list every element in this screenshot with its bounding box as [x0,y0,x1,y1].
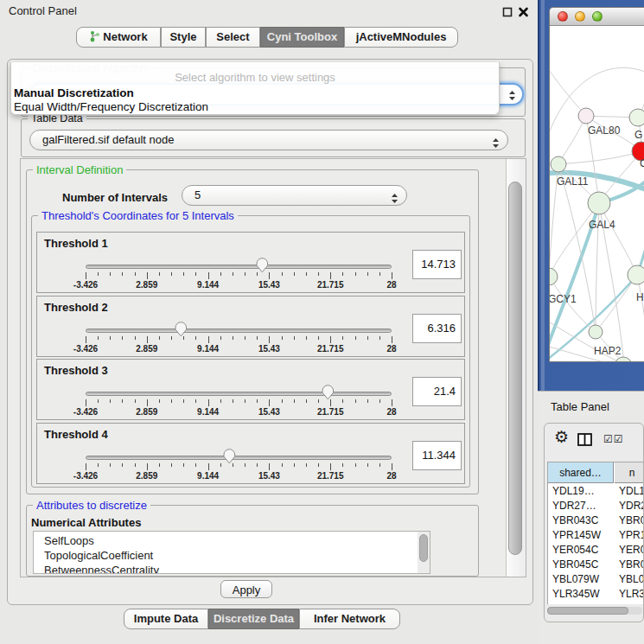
cell-shared-name[interactable]: YBL079W [552,572,599,587]
slider-tick-major [269,463,270,470]
network-node[interactable] [551,156,566,172]
tab-network[interactable]: Network [76,27,161,48]
node-label: H [636,291,644,303]
threshold-slider-handle[interactable] [174,321,188,337]
cell-shared-name[interactable]: YLR345W [552,587,600,602]
column-header-name[interactable]: n [615,462,644,483]
column-header-shared-name[interactable]: shared… [548,462,614,483]
cell-name[interactable]: YBR0 [619,513,644,528]
tab-discretize-data[interactable]: Discretize Data [208,609,299,629]
attribute-list-item[interactable]: SelfLoops [34,533,430,548]
tab-cyni-toolbox[interactable]: Cyni Toolbox [260,27,344,48]
threshold-slider-handle[interactable] [321,384,335,400]
cell-shared-name[interactable]: YPR145W [552,528,601,543]
cell-name[interactable]: YIL0 [619,602,641,604]
cell-shared-name[interactable]: YBR043C [552,513,598,528]
tab-style[interactable]: Style [161,27,206,48]
cell-name[interactable]: YPR1 [619,528,644,543]
slider-tick-label: 2.859 [136,280,157,290]
checkbox-icons[interactable]: ☑☑ [603,433,624,445]
numerical-attributes-list[interactable]: SelfLoopsTopologicalCoefficientBetweenne… [33,531,430,574]
table-hscrollbar-thumb[interactable] [547,607,628,615]
cell-name[interactable]: YDL1 [619,484,644,499]
network-window-titlebar[interactable] [550,8,644,26]
table-row[interactable]: YIL052CYIL0 [548,602,644,604]
table-hscrollbar-track[interactable] [547,607,642,615]
network-node[interactable] [550,268,558,285]
slider-tick-minor [342,272,343,276]
algorithm-item-manual-discretization[interactable]: Manual Discretization [14,86,134,99]
slider-tick-minor [98,463,99,467]
cell-name[interactable]: YBL0 [619,572,644,587]
columns-icon[interactable] [577,433,593,450]
tab-select-label: Select [216,30,249,43]
network-node[interactable] [629,109,644,126]
number-of-intervals-combobox[interactable]: 5 [182,185,407,206]
slider-tick-label: -3.426 [73,280,98,290]
algorithm-item-equal-width-frequency[interactable]: Equal Width/Frequency Discretization [14,100,208,113]
slider-tick-major [86,399,86,406]
tab-impute-data[interactable]: Impute Data [124,609,208,629]
threshold-slider-track[interactable] [86,392,392,396]
table-row[interactable]: YBR045CYBR0 [548,558,644,572]
numerical-attributes-label: Numerical Attributes [31,516,141,529]
tab-jactivemnodules[interactable]: jActiveMNodules [344,27,458,48]
cell-name[interactable]: YLR3 [619,587,644,602]
list-scrollbar-thumb[interactable] [419,534,428,562]
threshold-slider-track[interactable] [86,456,392,460]
cell-shared-name[interactable]: YER054C [552,543,598,558]
table-row[interactable]: YBR043CYBR0 [548,513,644,528]
network-node[interactable] [588,192,610,214]
slider-tick-minor [183,463,184,467]
attribute-list-item[interactable]: BetweennessCentrality [34,563,430,574]
threshold-panel: Threshold 3-3.4262.8599.14415.4321.71528… [36,359,465,420]
close-icon[interactable] [518,5,529,21]
slider-tick-label: 9.144 [197,407,219,417]
threshold-slider-handle[interactable] [222,448,237,464]
slider-tick-minor [355,399,356,403]
algorithm-prompt-item[interactable]: Select algorithm to view settings [11,71,499,84]
threshold-slider-handle[interactable] [255,257,270,273]
slider-tick-minor [379,463,380,467]
slider-tick-minor [318,399,319,403]
table-row[interactable]: YDL19…YDL1 [548,484,644,499]
network-node[interactable] [628,265,644,284]
threshold-slider-track[interactable] [86,265,392,269]
table-row[interactable]: YBL079WYBL0 [548,572,644,587]
zoom-traffic-light-icon[interactable] [592,11,603,22]
threshold-value-field[interactable]: 11.344 [412,441,462,470]
cell-shared-name[interactable]: YBR045C [552,558,598,572]
cell-shared-name[interactable]: YIL052C [552,602,593,604]
cell-name[interactable]: YBR0 [619,558,644,572]
network-node[interactable] [578,108,594,124]
table-row[interactable]: YER054CYER0 [548,543,644,558]
minimize-traffic-light-icon[interactable] [575,11,585,22]
table-row[interactable]: YLR345WYLR3 [548,587,644,602]
table-data-combobox[interactable]: galFiltered.sif default node [29,130,508,150]
table-row[interactable]: YDR27…YDR2 [548,499,644,513]
attribute-list-item[interactable]: TopologicalCoefficient [34,548,430,563]
network-node[interactable] [589,325,603,339]
apply-button[interactable]: Apply [220,580,272,598]
vertical-scrollbar-thumb[interactable] [508,182,522,555]
gear-icon[interactable]: ⚙ [554,427,569,447]
cell-shared-name[interactable]: YDL19… [552,484,595,499]
network-window[interactable]: GAL80GCGAL11GAL4GCY1HHAP2 [549,7,644,362]
threshold-value-field[interactable]: 14.713 [412,250,462,279]
slider-tick-minor [122,272,123,276]
cell-shared-name[interactable]: YDR27… [552,499,596,513]
tab-select[interactable]: Select [206,27,260,48]
network-desktop-frame: GAL80GCGAL11GAL4GCY1HHAP2 [538,0,644,391]
float-window-icon[interactable] [502,5,513,21]
threshold-value-field[interactable]: 6.316 [412,314,462,343]
tab-infer-network[interactable]: Infer Network [299,609,400,629]
cell-name[interactable]: YER0 [619,543,644,558]
threshold-slider-track[interactable] [86,328,392,333]
network-node[interactable] [615,357,632,362]
cell-name[interactable]: YDR2 [619,499,644,513]
network-canvas[interactable]: GAL80GCGAL11GAL4GCY1HHAP2 [550,26,644,362]
table-row[interactable]: YPR145WYPR1 [548,528,644,543]
close-traffic-light-icon[interactable] [558,11,568,22]
slider-tick-minor [220,272,221,276]
threshold-value-field[interactable]: 21.4 [412,377,462,406]
